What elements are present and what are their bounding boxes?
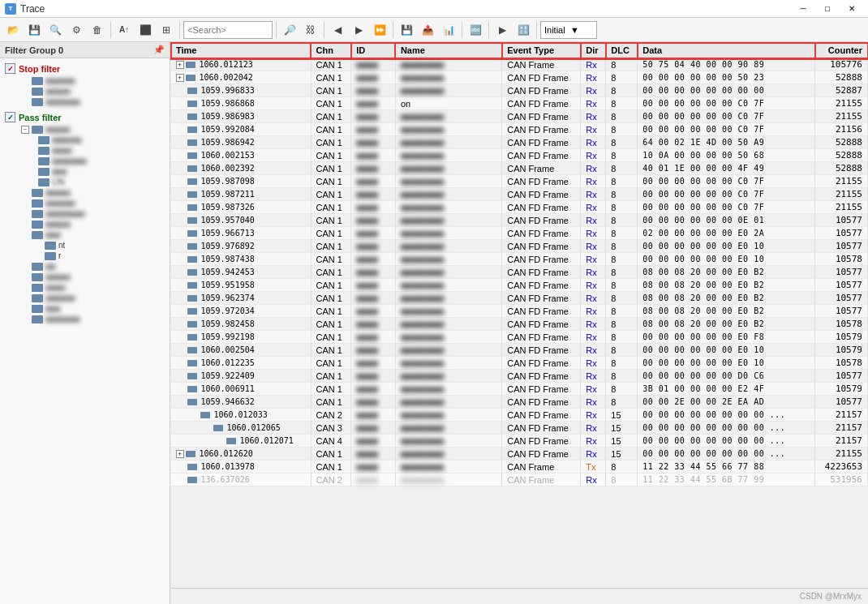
toolbar-btn-14[interactable]: 💾	[397, 20, 416, 40]
table-row[interactable]: 136.637026CAN 2■■■■■■■■■■■■CAN FrameRx81…	[171, 473, 868, 486]
cell-chn: CAN 1	[311, 84, 351, 97]
pass-filter-checkbox[interactable]: ✓	[5, 112, 15, 122]
toolbar-btn-7[interactable]: ⬛	[135, 20, 155, 40]
toolbar-btn-2[interactable]: 💾	[24, 20, 44, 40]
row-icon-small	[38, 136, 49, 144]
maximize-button[interactable]: □	[816, 2, 839, 15]
row-msg-icon	[187, 373, 197, 379]
toolbar-btn-16[interactable]: 📊	[439, 20, 458, 40]
table-row[interactable]: 1060.012235CAN 1■■■■■■■■■■■■CAN FD Frame…	[171, 357, 868, 370]
table-row[interactable]: 1059.957040CAN 1■■■■■■■■■■■■CAN FD Frame…	[171, 214, 868, 227]
initial-dropdown[interactable]: Initial ▼	[540, 21, 597, 39]
toolbar-btn-1[interactable]: 📂	[3, 20, 23, 40]
pin-icon[interactable]: 📌	[153, 45, 165, 55]
col-header-chn[interactable]: Chn	[311, 43, 351, 58]
table-row[interactable]: 1059.986868CAN 1■■■■onCAN FD FrameRx800 …	[171, 97, 868, 110]
table-row[interactable]: 1059.982458CAN 1■■■■■■■■■■■■CAN FD Frame…	[171, 318, 868, 331]
cell-data: 00 00 2E 00 00 2E EA AD	[638, 396, 815, 409]
cell-time: 1060.002504	[171, 344, 312, 357]
trace-table: Time Chn ID Name Event Type Dir DLC Data…	[170, 42, 868, 486]
toolbar-btn-5[interactable]: 🗑	[88, 20, 107, 40]
cell-chn: CAN 1	[311, 383, 351, 396]
table-row[interactable]: +1060.012620CAN 1■■■■■■■■■■■■CAN FD Fram…	[171, 448, 868, 460]
table-row[interactable]: 1060.002392CAN 1■■■■■■■■■■■■CAN FrameRx8…	[171, 162, 868, 175]
col-header-counter[interactable]: Counter	[815, 43, 868, 58]
table-row[interactable]: 1059.987098CAN 1■■■■■■■■■■■■CAN FD Frame…	[171, 175, 868, 188]
table-row[interactable]: 1059.996833CAN 1■■■■■■■■■■■■CAN FD Frame…	[171, 84, 868, 97]
table-row[interactable]: 1059.987438CAN 1■■■■■■■■■■■■CAN FD Frame…	[171, 253, 868, 266]
table-row[interactable]: 1060.002504CAN 1■■■■■■■■■■■■CAN FD Frame…	[171, 344, 868, 357]
close-button[interactable]: ✕	[840, 2, 863, 15]
expand-button[interactable]: +	[176, 74, 184, 82]
table-row[interactable]: 1059.986983CAN 1■■■■■■■■■■■■CAN FD Frame…	[171, 110, 868, 123]
col-header-name[interactable]: Name	[395, 43, 501, 58]
cell-id: ■■■■	[351, 344, 396, 357]
table-row[interactable]: 1059.987211CAN 1■■■■■■■■■■■■CAN FD Frame…	[171, 188, 868, 201]
cell-dlc: 8	[606, 396, 638, 409]
toolbar-btn-18[interactable]: ▶	[492, 20, 512, 40]
table-row[interactable]: 1060.006911CAN 1■■■■■■■■■■■■CAN FD Frame…	[171, 383, 868, 396]
table-row[interactable]: 1060.002153CAN 1■■■■■■■■■■■■CAN FD Frame…	[171, 149, 868, 162]
expand-button[interactable]: +	[176, 61, 184, 69]
table-row[interactable]: 1059.946632CAN 1■■■■■■■■■■■■CAN FD Frame…	[171, 396, 868, 409]
toolbar-btn-17[interactable]: 🔤	[466, 20, 485, 40]
cell-id: ■■■■	[351, 292, 396, 305]
cell-event-type: CAN FD Frame	[502, 279, 581, 292]
table-row[interactable]: 1059.992084CAN 1■■■■■■■■■■■■CAN FD Frame…	[171, 123, 868, 136]
table-row[interactable]: 1059.972034CAN 1■■■■■■■■■■■■CAN FD Frame…	[171, 305, 868, 318]
expand-button[interactable]: +	[176, 450, 184, 458]
toolbar-btn-9[interactable]: 🔎	[280, 20, 299, 40]
table-row[interactable]: 1059.976892CAN 1■■■■■■■■■■■■CAN FD Frame…	[171, 240, 868, 253]
row-msg-icon	[187, 204, 197, 211]
col-header-event-type[interactable]: Event Type	[502, 43, 581, 58]
table-row[interactable]: 1059.922409CAN 1■■■■■■■■■■■■CAN FD Frame…	[171, 370, 868, 383]
search-input[interactable]	[183, 21, 273, 39]
table-row[interactable]: 1059.951958CAN 1■■■■■■■■■■■■CAN FD Frame…	[171, 279, 868, 292]
stop-filter-checkbox[interactable]: ✓	[5, 63, 15, 74]
list-item: ■■■■■■■	[5, 96, 165, 107]
tree-item-text: ■■■	[45, 304, 60, 313]
table-row[interactable]: 1059.986942CAN 1■■■■■■■■■■■■CAN FD Frame…	[171, 136, 868, 149]
toolbar-btn-15[interactable]: 📤	[418, 20, 437, 40]
toolbar-btn-13[interactable]: ⏩	[370, 20, 389, 40]
table-row[interactable]: 1060.013978CAN 1■■■■■■■■■■■■CAN FrameTx8…	[171, 460, 868, 473]
table-row[interactable]: 1059.942453CAN 1■■■■■■■■■■■■CAN FD Frame…	[171, 266, 868, 279]
table-row[interactable]: +1060.002042CAN 1■■■■■■■■■■■■CAN FD Fram…	[171, 71, 868, 84]
cell-data: 00 00 00 00 00 00 00 00 ...	[638, 422, 815, 435]
row-msg-icon	[187, 308, 197, 315]
toolbar-btn-4[interactable]: ⚙	[67, 20, 86, 40]
col-header-id[interactable]: ID	[351, 43, 396, 58]
toolbar-btn-10[interactable]: ⛓	[301, 20, 320, 40]
cell-counter: 10577	[815, 370, 868, 383]
cell-name: ■■■■■■■■	[395, 71, 501, 84]
col-header-dir[interactable]: Dir	[581, 43, 606, 58]
cell-dir: Tx	[581, 460, 606, 473]
table-row[interactable]: 1059.987326CAN 1■■■■■■■■■■■■CAN FD Frame…	[171, 201, 868, 214]
col-header-dlc[interactable]: DLC	[606, 43, 638, 58]
table-row[interactable]: 1060.012071CAN 4■■■■■■■■■■■■CAN FD Frame…	[171, 435, 868, 448]
cell-dir: Rx	[581, 396, 606, 409]
table-row[interactable]: 1059.992198CAN 1■■■■■■■■■■■■CAN FD Frame…	[171, 331, 868, 344]
toolbar-btn-11[interactable]: ◀	[328, 20, 347, 40]
tree-expand-btn[interactable]: −	[21, 126, 29, 134]
cell-dlc: 8	[606, 370, 638, 383]
cell-id: ■■■■	[351, 175, 396, 188]
cell-dlc: 8	[606, 149, 638, 162]
table-row[interactable]: 1059.966713CAN 1■■■■■■■■■■■■CAN FD Frame…	[171, 227, 868, 240]
toolbar-btn-3[interactable]: 🔍	[45, 20, 65, 40]
cell-dir: Rx	[581, 344, 606, 357]
minimize-button[interactable]: ─	[792, 2, 814, 15]
table-row[interactable]: 1059.962374CAN 1■■■■■■■■■■■■CAN FD Frame…	[171, 292, 868, 305]
toolbar-btn-12[interactable]: ▶	[349, 20, 368, 40]
col-header-time[interactable]: Time	[171, 43, 312, 58]
toolbar-btn-8[interactable]: ⊞	[157, 20, 176, 40]
cell-counter: 52888	[815, 136, 868, 149]
toolbar-btn-6[interactable]: A↑	[114, 20, 134, 40]
cell-dir: Rx	[581, 473, 606, 486]
table-row[interactable]: 1060.012033CAN 2■■■■■■■■■■■■CAN FD Frame…	[171, 409, 868, 422]
table-row[interactable]: 1060.012065CAN 3■■■■■■■■■■■■CAN FD Frame…	[171, 422, 868, 435]
cell-data: 00 00 00 00 00 00 C0 7F	[638, 110, 815, 123]
table-row[interactable]: +1060.012123CAN 1■■■■■■■■■■■■CAN FrameRx…	[171, 58, 868, 71]
toolbar-btn-19[interactable]: 🔠	[513, 20, 533, 40]
col-header-data[interactable]: Data	[638, 43, 815, 58]
